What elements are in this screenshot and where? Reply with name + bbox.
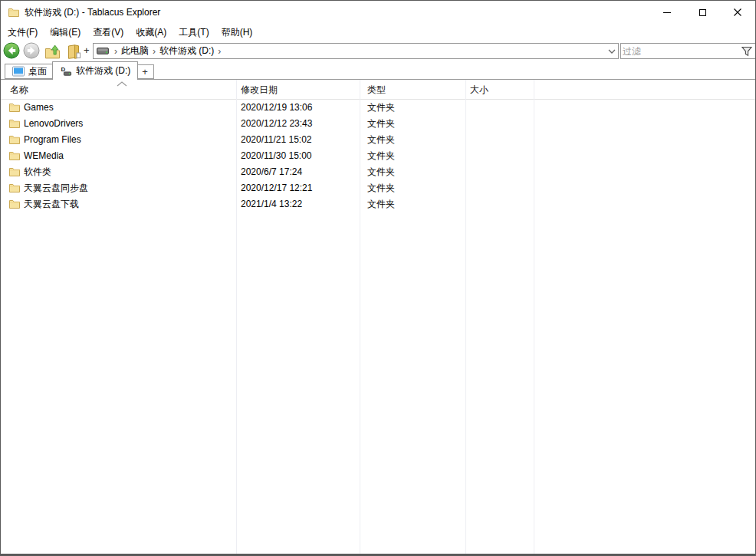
menu-view[interactable]: 查看(V)	[87, 24, 130, 41]
folder-icon	[8, 182, 21, 194]
app-folder-icon	[8, 6, 20, 18]
file-modified: 2020/11/30 15:00	[241, 148, 312, 164]
file-type: 文件夹	[367, 100, 395, 116]
column-header: 名称 修改日期 类型 大小	[1, 80, 755, 100]
file-modified: 2020/12/17 12:21	[241, 180, 312, 196]
table-row[interactable]: Program Files 2020/11/21 15:02 文件夹	[1, 132, 755, 148]
file-name: Program Files	[24, 132, 81, 148]
chevron-down-icon[interactable]	[608, 49, 616, 54]
breadcrumb-separator: ›	[110, 46, 121, 57]
breadcrumb-drive-d[interactable]: 软件游戏 (D:)	[159, 44, 214, 58]
menu-edit[interactable]: 编辑(E)	[44, 24, 87, 41]
drive-icon	[97, 47, 109, 55]
folder-icon	[8, 133, 21, 146]
menu-favorites[interactable]: 收藏(A)	[130, 24, 173, 41]
file-name: LenovoDrivers	[24, 116, 83, 132]
forward-button[interactable]	[23, 42, 40, 59]
file-type: 文件夹	[367, 180, 395, 196]
file-modified: 2020/6/7 17:24	[241, 164, 302, 180]
tab-desktop[interactable]: 桌面	[5, 64, 54, 79]
tab-label: 桌面	[28, 65, 47, 78]
window-controls	[649, 1, 755, 24]
file-name: WEMedia	[24, 148, 64, 164]
file-type: 文件夹	[367, 132, 395, 148]
folder-icon	[8, 166, 21, 178]
maximize-button[interactable]	[685, 1, 720, 24]
table-row[interactable]: 软件类 2020/6/7 17:24 文件夹	[1, 164, 755, 180]
folder-icon	[8, 150, 21, 162]
table-row[interactable]: 天翼云盘下载 2021/1/4 13:22 文件夹	[1, 196, 755, 212]
title-bar: 软件游戏 (D:) - Tablacus Explorer	[1, 1, 755, 24]
file-type: 文件夹	[367, 116, 395, 132]
tab-drive-d[interactable]: D 软件游戏 (D:)	[52, 61, 138, 80]
table-row[interactable]: Games 2020/12/19 13:06 文件夹	[1, 100, 755, 116]
minimize-button[interactable]	[649, 1, 685, 24]
menu-bar: 文件(F) 编辑(E) 查看(V) 收藏(A) 工具(T) 帮助(H)	[1, 24, 755, 41]
up-button[interactable]	[44, 43, 61, 60]
funnel-icon	[741, 46, 752, 57]
table-row[interactable]: 天翼云盘同步盘 2020/12/17 12:21 文件夹	[1, 180, 755, 196]
file-type: 文件夹	[367, 148, 395, 164]
folder-tool-button[interactable]	[65, 43, 82, 60]
toolbar-plus-button[interactable]: +	[84, 41, 90, 61]
file-modified: 2020/11/21 15:02	[241, 132, 312, 148]
address-bar[interactable]: › 此电脑 › 软件游戏 (D:) ›	[93, 43, 619, 59]
column-type[interactable]: 类型	[367, 80, 386, 100]
table-row[interactable]: WEMedia 2020/11/30 15:00 文件夹	[1, 148, 755, 164]
breadcrumb-separator: ›	[214, 46, 225, 57]
file-type: 文件夹	[367, 196, 395, 212]
desktop-icon	[12, 66, 25, 77]
new-tab-button[interactable]: +	[136, 64, 154, 79]
breadcrumb-this-pc[interactable]: 此电脑	[121, 44, 149, 58]
window-title: 软件游戏 (D:) - Tablacus Explorer	[25, 1, 160, 24]
file-list: Games 2020/12/19 13:06 文件夹 LenovoDrivers…	[1, 100, 755, 554]
column-size[interactable]: 大小	[470, 80, 488, 100]
drive-d-icon: D	[60, 66, 72, 77]
file-name: 天翼云盘同步盘	[24, 180, 88, 196]
file-name: 天翼云盘下载	[24, 196, 79, 212]
file-type: 文件夹	[367, 164, 395, 180]
filter-box	[620, 43, 756, 59]
sort-ascending-icon	[117, 81, 127, 87]
close-icon	[734, 8, 741, 16]
folder-icon	[8, 117, 21, 130]
column-modified[interactable]: 修改日期	[241, 80, 278, 100]
menu-file[interactable]: 文件(F)	[2, 24, 44, 41]
menu-help[interactable]: 帮助(H)	[215, 24, 259, 41]
tab-bar: 桌面 D 软件游戏 (D:) +	[1, 61, 755, 80]
tablacus-explorer-window: 软件游戏 (D:) - Tablacus Explorer 文件(F) 编辑(E…	[0, 0, 756, 556]
toolbar: + › 此电脑 › 软件游戏 (D:) ›	[1, 41, 755, 61]
minimize-icon	[663, 12, 671, 13]
folder-icon	[8, 198, 21, 210]
file-modified: 2021/1/4 13:22	[241, 196, 302, 212]
file-name: Games	[24, 100, 54, 116]
tab-label: 软件游戏 (D:)	[76, 64, 130, 77]
back-button[interactable]	[3, 42, 20, 59]
file-modified: 2020/12/12 23:43	[241, 116, 312, 132]
close-button[interactable]	[720, 1, 755, 24]
column-name[interactable]: 名称	[10, 80, 28, 100]
breadcrumb-separator: ›	[149, 46, 159, 57]
filter-input[interactable]	[623, 44, 741, 58]
folder-icon	[8, 101, 21, 114]
maximize-icon	[699, 9, 706, 16]
table-row[interactable]: LenovoDrivers 2020/12/12 23:43 文件夹	[1, 116, 755, 132]
file-name: 软件类	[24, 164, 51, 180]
menu-tools[interactable]: 工具(T)	[173, 24, 215, 41]
file-modified: 2020/12/19 13:06	[241, 100, 312, 116]
